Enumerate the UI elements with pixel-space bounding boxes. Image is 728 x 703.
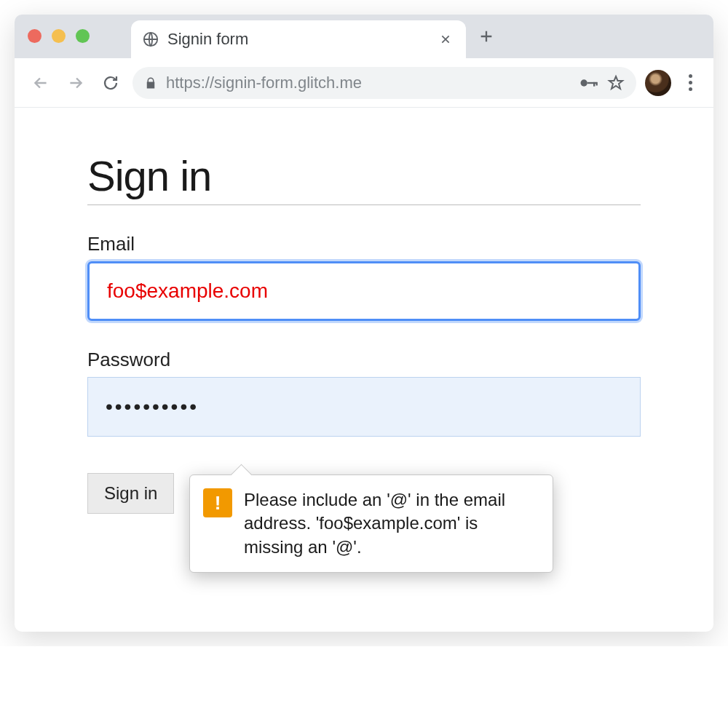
- svg-rect-2: [587, 82, 597, 83]
- svg-rect-4: [596, 82, 598, 85]
- sign-in-button[interactable]: Sign in: [87, 473, 174, 514]
- validation-message: Please include an '@' in the email addre…: [244, 488, 539, 559]
- password-field[interactable]: [87, 377, 641, 437]
- browser-menu-button[interactable]: [680, 70, 700, 96]
- titlebar: Signin form: [15, 15, 713, 58]
- page-title: Sign in: [87, 151, 641, 205]
- email-label: Email: [87, 233, 641, 255]
- validation-tooltip: ! Please include an '@' in the email add…: [189, 474, 553, 573]
- window-close-button[interactable]: [28, 29, 41, 43]
- password-label: Password: [87, 349, 641, 371]
- globe-icon: [143, 31, 159, 47]
- window-minimize-button[interactable]: [52, 29, 66, 43]
- back-button[interactable]: [28, 70, 54, 96]
- reload-button[interactable]: [98, 70, 124, 96]
- warning-icon: !: [203, 488, 232, 517]
- svg-point-1: [581, 79, 587, 86]
- window-controls: [28, 29, 90, 43]
- page-content: Sign in Email Password Sign in ! Please …: [15, 108, 713, 632]
- email-field[interactable]: [87, 261, 641, 321]
- profile-avatar[interactable]: [645, 70, 671, 96]
- bookmark-star-icon[interactable]: [607, 74, 625, 92]
- browser-tab[interactable]: Signin form: [131, 20, 466, 58]
- lock-icon: [144, 76, 157, 90]
- new-tab-button[interactable]: [472, 22, 501, 51]
- browser-window: Signin form https://signin-form.glitch.m…: [15, 15, 713, 632]
- address-bar[interactable]: https://signin-form.glitch.me: [132, 67, 636, 99]
- svg-rect-3: [593, 82, 595, 86]
- tab-close-icon[interactable]: [440, 33, 454, 45]
- password-key-icon[interactable]: [578, 73, 598, 93]
- tab-title: Signin form: [167, 30, 431, 49]
- url-text: https://signin-form.glitch.me: [166, 74, 569, 92]
- browser-toolbar: https://signin-form.glitch.me: [15, 58, 713, 108]
- forward-button[interactable]: [63, 70, 89, 96]
- window-maximize-button[interactable]: [76, 29, 90, 43]
